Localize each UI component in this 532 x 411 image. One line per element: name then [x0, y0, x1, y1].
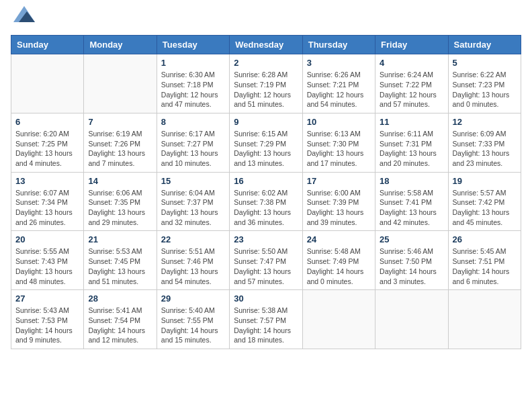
calendar-cell: 16Sunrise: 6:02 AM Sunset: 7:38 PM Dayli…	[230, 172, 302, 231]
day-number: 25	[380, 234, 443, 244]
day-info: Sunrise: 5:53 AM Sunset: 7:45 PM Dayligh…	[88, 246, 152, 286]
calendar-cell	[448, 290, 521, 349]
calendar-cell: 21Sunrise: 5:53 AM Sunset: 7:45 PM Dayli…	[84, 231, 157, 290]
day-number: 27	[15, 293, 79, 304]
calendar-cell: 20Sunrise: 5:55 AM Sunset: 7:43 PM Dayli…	[11, 231, 84, 290]
day-info: Sunrise: 5:46 AM Sunset: 7:50 PM Dayligh…	[380, 246, 443, 286]
day-number: 22	[161, 234, 225, 244]
calendar-cell	[11, 54, 84, 113]
day-info: Sunrise: 6:15 AM Sunset: 7:29 PM Dayligh…	[234, 129, 298, 169]
day-info: Sunrise: 5:57 AM Sunset: 7:42 PM Dayligh…	[453, 188, 517, 228]
day-number: 9	[234, 117, 298, 127]
calendar-cell: 6Sunrise: 6:20 AM Sunset: 7:25 PM Daylig…	[11, 113, 84, 172]
weekday-header-tuesday: Tuesday	[157, 36, 229, 54]
day-info: Sunrise: 6:28 AM Sunset: 7:19 PM Dayligh…	[234, 70, 298, 109]
day-info: Sunrise: 6:24 AM Sunset: 7:22 PM Dayligh…	[380, 70, 443, 109]
day-number: 23	[234, 234, 298, 244]
day-info: Sunrise: 6:02 AM Sunset: 7:38 PM Dayligh…	[234, 188, 298, 228]
day-number: 5	[453, 58, 517, 68]
day-info: Sunrise: 5:40 AM Sunset: 7:55 PM Dayligh…	[161, 306, 225, 345]
calendar-cell: 7Sunrise: 6:19 AM Sunset: 7:26 PM Daylig…	[84, 113, 157, 172]
calendar-cell: 1Sunrise: 6:30 AM Sunset: 7:18 PM Daylig…	[157, 54, 229, 113]
calendar-cell: 2Sunrise: 6:28 AM Sunset: 7:19 PM Daylig…	[230, 54, 302, 113]
logo	[11, 11, 35, 27]
calendar-cell: 13Sunrise: 6:07 AM Sunset: 7:34 PM Dayli…	[11, 172, 84, 231]
calendar-cell: 25Sunrise: 5:46 AM Sunset: 7:50 PM Dayli…	[375, 231, 448, 290]
calendar-cell: 4Sunrise: 6:24 AM Sunset: 7:22 PM Daylig…	[375, 54, 448, 113]
weekday-header-thursday: Thursday	[302, 36, 375, 54]
day-info: Sunrise: 5:55 AM Sunset: 7:43 PM Dayligh…	[15, 246, 79, 286]
day-number: 26	[453, 234, 517, 244]
day-number: 6	[15, 117, 79, 127]
day-number: 29	[161, 293, 225, 304]
day-info: Sunrise: 6:19 AM Sunset: 7:26 PM Dayligh…	[88, 129, 152, 169]
day-info: Sunrise: 6:11 AM Sunset: 7:31 PM Dayligh…	[380, 129, 443, 169]
day-number: 24	[307, 234, 371, 244]
calendar-cell: 30Sunrise: 5:38 AM Sunset: 7:57 PM Dayli…	[230, 290, 302, 349]
calendar-cell: 12Sunrise: 6:09 AM Sunset: 7:33 PM Dayli…	[448, 113, 521, 172]
day-info: Sunrise: 5:43 AM Sunset: 7:53 PM Dayligh…	[15, 306, 79, 345]
day-number: 17	[307, 176, 371, 186]
page-header	[11, 11, 521, 27]
day-info: Sunrise: 6:22 AM Sunset: 7:23 PM Dayligh…	[453, 70, 517, 109]
calendar-week-2: 6Sunrise: 6:20 AM Sunset: 7:25 PM Daylig…	[11, 113, 521, 172]
calendar-cell: 11Sunrise: 6:11 AM Sunset: 7:31 PM Dayli…	[375, 113, 448, 172]
calendar-cell: 15Sunrise: 6:04 AM Sunset: 7:37 PM Dayli…	[157, 172, 229, 231]
day-info: Sunrise: 6:17 AM Sunset: 7:27 PM Dayligh…	[161, 129, 225, 169]
calendar-cell: 26Sunrise: 5:45 AM Sunset: 7:51 PM Dayli…	[448, 231, 521, 290]
day-info: Sunrise: 6:20 AM Sunset: 7:25 PM Dayligh…	[15, 129, 79, 169]
day-info: Sunrise: 6:04 AM Sunset: 7:37 PM Dayligh…	[161, 188, 225, 228]
calendar-cell	[84, 54, 157, 113]
calendar-cell: 28Sunrise: 5:41 AM Sunset: 7:54 PM Dayli…	[84, 290, 157, 349]
day-number: 2	[234, 58, 298, 68]
weekday-header-wednesday: Wednesday	[230, 36, 302, 54]
calendar-week-1: 1Sunrise: 6:30 AM Sunset: 7:18 PM Daylig…	[11, 54, 521, 113]
day-number: 12	[453, 117, 517, 127]
day-info: Sunrise: 5:38 AM Sunset: 7:57 PM Dayligh…	[234, 306, 298, 345]
day-info: Sunrise: 6:09 AM Sunset: 7:33 PM Dayligh…	[453, 129, 517, 169]
calendar-cell: 18Sunrise: 5:58 AM Sunset: 7:41 PM Dayli…	[375, 172, 448, 231]
calendar-cell: 10Sunrise: 6:13 AM Sunset: 7:30 PM Dayli…	[302, 113, 375, 172]
day-number: 18	[380, 176, 443, 186]
calendar-cell: 19Sunrise: 5:57 AM Sunset: 7:42 PM Dayli…	[448, 172, 521, 231]
calendar-cell	[302, 290, 375, 349]
day-number: 8	[161, 117, 225, 127]
calendar-cell	[375, 290, 448, 349]
day-number: 14	[88, 176, 152, 186]
day-number: 20	[15, 234, 79, 244]
day-number: 16	[234, 176, 298, 186]
day-info: Sunrise: 6:00 AM Sunset: 7:39 PM Dayligh…	[307, 188, 371, 228]
weekday-header-monday: Monday	[84, 36, 157, 54]
day-number: 13	[15, 176, 79, 186]
calendar-cell: 23Sunrise: 5:50 AM Sunset: 7:47 PM Dayli…	[230, 231, 302, 290]
day-info: Sunrise: 6:13 AM Sunset: 7:30 PM Dayligh…	[307, 129, 371, 169]
weekday-header-friday: Friday	[375, 36, 448, 54]
day-info: Sunrise: 5:48 AM Sunset: 7:49 PM Dayligh…	[307, 246, 371, 286]
day-info: Sunrise: 5:51 AM Sunset: 7:46 PM Dayligh…	[161, 246, 225, 286]
calendar-cell: 17Sunrise: 6:00 AM Sunset: 7:39 PM Dayli…	[302, 172, 375, 231]
day-info: Sunrise: 5:58 AM Sunset: 7:41 PM Dayligh…	[380, 188, 443, 228]
day-info: Sunrise: 6:07 AM Sunset: 7:34 PM Dayligh…	[15, 188, 79, 228]
day-number: 1	[161, 58, 225, 68]
day-info: Sunrise: 6:30 AM Sunset: 7:18 PM Dayligh…	[161, 70, 225, 109]
day-number: 7	[88, 117, 152, 127]
calendar-cell: 24Sunrise: 5:48 AM Sunset: 7:49 PM Dayli…	[302, 231, 375, 290]
day-number: 3	[307, 58, 371, 68]
weekday-header-saturday: Saturday	[448, 36, 521, 54]
day-number: 10	[307, 117, 371, 127]
day-number: 11	[380, 117, 443, 127]
calendar-header-row: SundayMondayTuesdayWednesdayThursdayFrid…	[11, 36, 521, 54]
calendar-cell: 29Sunrise: 5:40 AM Sunset: 7:55 PM Dayli…	[157, 290, 229, 349]
day-number: 28	[88, 293, 152, 304]
day-info: Sunrise: 5:50 AM Sunset: 7:47 PM Dayligh…	[234, 246, 298, 286]
calendar-cell: 22Sunrise: 5:51 AM Sunset: 7:46 PM Dayli…	[157, 231, 229, 290]
day-info: Sunrise: 5:41 AM Sunset: 7:54 PM Dayligh…	[88, 306, 152, 345]
day-number: 15	[161, 176, 225, 186]
calendar-week-3: 13Sunrise: 6:07 AM Sunset: 7:34 PM Dayli…	[11, 172, 521, 231]
day-number: 21	[88, 234, 152, 244]
calendar-cell: 3Sunrise: 6:26 AM Sunset: 7:21 PM Daylig…	[302, 54, 375, 113]
day-info: Sunrise: 5:45 AM Sunset: 7:51 PM Dayligh…	[453, 246, 517, 286]
day-info: Sunrise: 6:06 AM Sunset: 7:35 PM Dayligh…	[88, 188, 152, 228]
calendar-week-5: 27Sunrise: 5:43 AM Sunset: 7:53 PM Dayli…	[11, 290, 521, 349]
day-number: 19	[453, 176, 517, 186]
